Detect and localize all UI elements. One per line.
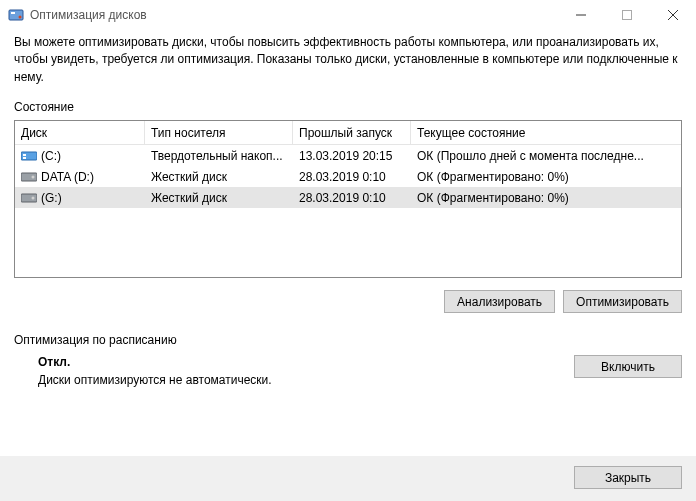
svg-point-11	[32, 175, 35, 178]
svg-point-13	[32, 196, 35, 199]
column-headers[interactable]: Диск Тип носителя Прошлый запуск Текущее…	[15, 121, 681, 145]
drive-media: Жесткий диск	[145, 191, 293, 205]
drive-status: ОК (Фрагментировано: 0%)	[411, 170, 681, 184]
schedule-status: Откл.	[38, 355, 574, 369]
footer: Закрыть	[0, 456, 696, 501]
enable-schedule-button[interactable]: Включить	[574, 355, 682, 378]
drive-lastrun: 28.03.2019 0:10	[293, 191, 411, 205]
analyze-button[interactable]: Анализировать	[444, 290, 555, 313]
hdd-icon	[21, 171, 37, 183]
status-section-label: Состояние	[14, 100, 682, 114]
drive-status: ОК (Фрагментировано: 0%)	[411, 191, 681, 205]
col-header-media[interactable]: Тип носителя	[145, 121, 293, 144]
schedule-section-label: Оптимизация по расписанию	[14, 333, 682, 347]
drive-media: Твердотельный накоп...	[145, 149, 293, 163]
drive-name: DATA (D:)	[41, 170, 94, 184]
col-header-drive[interactable]: Диск	[15, 121, 145, 144]
svg-rect-8	[23, 154, 26, 156]
drive-status: ОК (Прошло дней с момента последне...	[411, 149, 681, 163]
table-row[interactable]: DATA (D:) Жесткий диск 28.03.2019 0:10 О…	[15, 166, 681, 187]
table-row[interactable]: (G:) Жесткий диск 28.03.2019 0:10 ОК (Фр…	[15, 187, 681, 208]
maximize-button[interactable]	[604, 0, 650, 30]
minimize-button[interactable]	[558, 0, 604, 30]
drive-list: Диск Тип носителя Прошлый запуск Текущее…	[14, 120, 682, 278]
col-header-status[interactable]: Текущее состояние	[411, 121, 681, 144]
app-icon	[8, 7, 24, 23]
ssd-icon	[21, 150, 37, 162]
svg-rect-1	[11, 12, 15, 14]
col-header-lastrun[interactable]: Прошлый запуск	[293, 121, 411, 144]
drive-name: (G:)	[41, 191, 62, 205]
schedule-subtext: Диски оптимизируются не автоматически.	[38, 373, 574, 387]
titlebar: Оптимизация дисков	[0, 0, 696, 30]
description-text: Вы можете оптимизировать диски, чтобы по…	[14, 34, 682, 86]
drive-media: Жесткий диск	[145, 170, 293, 184]
optimize-button[interactable]: Оптимизировать	[563, 290, 682, 313]
close-button[interactable]	[650, 0, 696, 30]
svg-point-2	[19, 16, 22, 19]
drive-name: (C:)	[41, 149, 61, 163]
drive-lastrun: 28.03.2019 0:10	[293, 170, 411, 184]
hdd-icon	[21, 192, 37, 204]
svg-rect-12	[21, 194, 37, 202]
svg-rect-9	[23, 157, 26, 159]
svg-rect-4	[623, 11, 632, 20]
drive-lastrun: 13.03.2019 20:15	[293, 149, 411, 163]
svg-rect-0	[9, 10, 23, 20]
close-dialog-button[interactable]: Закрыть	[574, 466, 682, 489]
table-row[interactable]: (C:) Твердотельный накоп... 13.03.2019 2…	[15, 145, 681, 166]
window-title: Оптимизация дисков	[30, 8, 147, 22]
svg-rect-10	[21, 173, 37, 181]
